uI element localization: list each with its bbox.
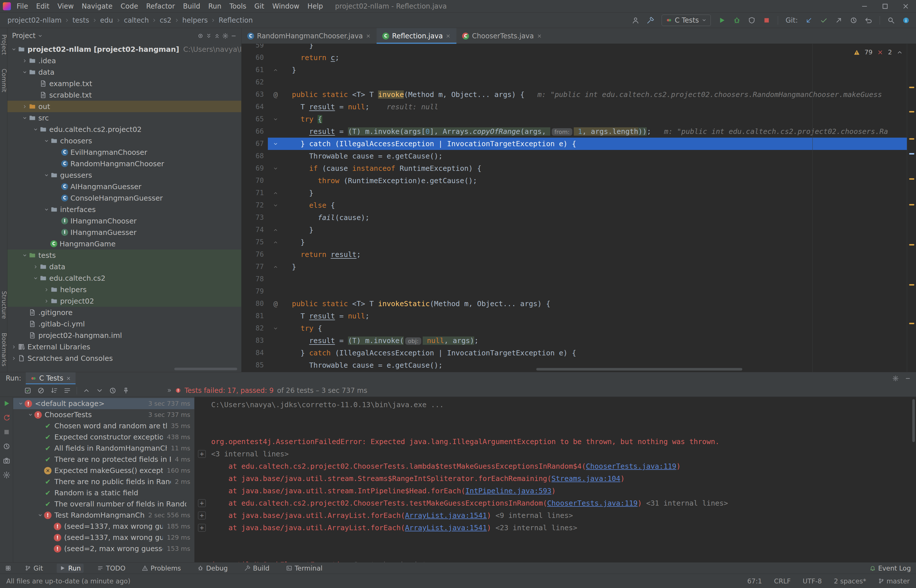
gutter-marker[interactable] <box>268 236 283 248</box>
project-tree-item[interactable]: CHangmanGame <box>7 238 241 249</box>
project-tree-item[interactable]: data <box>7 66 241 78</box>
test-tree-item[interactable]: !<default package>3 sec 737 ms <box>13 398 194 409</box>
menu-tools[interactable]: Tools <box>226 0 250 13</box>
tab-choosertests-java[interactable]: CChooserTests.java <box>456 28 548 44</box>
collapse-all-icon[interactable] <box>214 33 220 39</box>
file-encoding[interactable]: UTF-8 <box>803 577 822 585</box>
editor-line[interactable]: 74 } <box>242 224 916 236</box>
event-log-button[interactable]: Event Log <box>870 565 911 572</box>
editor-line[interactable]: 72 else { <box>242 199 916 212</box>
test-tree-item[interactable]: !(seed=1337, max wrong guess129 ms <box>13 532 194 543</box>
fold-toggle[interactable]: + <box>198 450 206 458</box>
menu-build[interactable]: Build <box>179 0 204 13</box>
editor-line[interactable]: 62 <box>242 76 916 89</box>
git-update-icon[interactable] <box>805 16 813 24</box>
expand-arrow[interactable] <box>21 116 29 120</box>
project-tree-item[interactable]: project02-nllam [project02-hangman]C:\Us… <box>7 44 241 55</box>
menu-navigate[interactable]: Navigate <box>78 0 117 13</box>
test-tree-item[interactable]: ✔Random is a static field <box>13 487 194 498</box>
error-stripe[interactable] <box>907 44 916 372</box>
project-tree-item[interactable]: guessers <box>7 170 241 181</box>
gear-icon[interactable] <box>893 375 898 381</box>
stack-trace-link[interactable]: ArrayList.java:1541 <box>405 511 487 520</box>
editor-line[interactable]: 69 if (cause instanceof RuntimeException… <box>242 162 916 174</box>
test-tree-item[interactable]: !(seed=1337, max wrong guess185 ms <box>13 521 194 532</box>
toolwindow-button-todo[interactable]: TODO <box>94 564 128 573</box>
project-tree-item[interactable]: helpers <box>7 284 241 295</box>
editor-line[interactable]: 67 } catch (IllegalAccessException | Inv… <box>242 137 916 150</box>
toolwindow-button-debug[interactable]: Debug <box>195 564 231 573</box>
maximize-button[interactable] <box>875 0 895 13</box>
expand-arrow[interactable] <box>10 344 18 349</box>
toolwindow-button-run[interactable]: Run <box>57 564 84 573</box>
project-tree-item[interactable]: External Libraries <box>7 341 241 352</box>
expand-arrow[interactable] <box>26 412 34 417</box>
show-passed-icon[interactable] <box>24 387 31 394</box>
stop-icon[interactable] <box>3 428 10 436</box>
menu-view[interactable]: View <box>53 0 78 13</box>
debug-button[interactable] <box>733 16 741 24</box>
project-tree-item[interactable]: CRandomHangmanChooser <box>7 158 241 170</box>
minimize-button[interactable] <box>854 0 875 13</box>
stack-trace-link[interactable]: IntPipeline.java:593 <box>465 487 551 495</box>
project-tree-item[interactable]: interfaces <box>7 204 241 215</box>
horizontal-scrollbar[interactable] <box>174 368 237 370</box>
editor-line[interactable]: 78 <box>242 273 916 285</box>
expand-arrow[interactable] <box>21 253 29 258</box>
menu-edit[interactable]: Edit <box>32 0 53 13</box>
breadcrumb-item[interactable]: edu <box>99 16 114 24</box>
expand-arrow[interactable] <box>10 356 18 361</box>
toolwindow-button-build[interactable]: Build <box>242 564 272 573</box>
rollback-icon[interactable] <box>865 16 872 24</box>
ide-update-icon[interactable] <box>902 16 910 24</box>
editor-line[interactable]: 83 result = (T) m.invoke(obj: null, args… <box>242 334 916 347</box>
editor-line[interactable]: 68 Throwable cause = e.getCause(); <box>242 150 916 162</box>
editor-line[interactable]: 82 try { <box>242 322 916 334</box>
breadcrumb-item[interactable]: project02-nllam <box>6 16 63 24</box>
gutter-marker[interactable] <box>268 113 283 125</box>
stop-button[interactable] <box>763 16 771 24</box>
git-commit-icon[interactable] <box>820 16 827 24</box>
tool-window-switcher-icon[interactable] <box>5 565 11 571</box>
expand-arrow[interactable] <box>31 127 39 132</box>
fold-toggle[interactable]: + <box>198 512 206 519</box>
stripe-project-label[interactable]: Project <box>0 30 7 59</box>
editor-line[interactable]: 60 return c; <box>242 52 916 64</box>
expand-arrow[interactable] <box>31 264 39 269</box>
expand-arrow[interactable] <box>10 47 18 52</box>
expand-arrow[interactable] <box>36 513 44 518</box>
project-tree-item[interactable]: scrabble.txt <box>7 89 241 101</box>
stripe-structure-label[interactable]: Structure <box>0 287 7 323</box>
fold-toggle[interactable]: + <box>198 524 206 531</box>
menu-refactor[interactable]: Refactor <box>142 0 179 13</box>
gutter-marker[interactable] <box>268 322 283 334</box>
test-tree-item[interactable]: ✔There are no protected fields in Ran4 m… <box>13 454 194 465</box>
editor-line[interactable]: 73 fail(cause); <box>242 212 916 224</box>
project-tree-item[interactable]: tests <box>7 249 241 261</box>
hide-panel-icon[interactable] <box>905 375 911 381</box>
gutter-marker[interactable] <box>268 199 283 212</box>
test-tree-item[interactable]: ✔The overall number of fields in RandomH <box>13 498 194 510</box>
test-tree-item[interactable]: !(seed=2, max wrong guesses=153 ms <box>13 543 194 554</box>
line-separator[interactable]: CRLF <box>774 577 791 585</box>
project-tree-item[interactable]: edu.caltech.cs2 <box>7 272 241 284</box>
next-failed-test-icon[interactable] <box>96 387 103 394</box>
test-tree-item[interactable]: ✔Expected constructor exceptions f438 ms <box>13 431 194 443</box>
expand-arrow[interactable] <box>42 139 50 143</box>
breadcrumb-item[interactable]: helpers <box>181 16 209 24</box>
gutter-marker[interactable] <box>268 64 283 76</box>
project-tree-item[interactable]: example.txt <box>7 78 241 89</box>
run-configuration-select[interactable]: C Tests <box>662 15 711 26</box>
gear-icon[interactable] <box>222 33 228 39</box>
inspections-widget[interactable]: 79 2 <box>854 46 903 58</box>
editor-line[interactable]: 80@ public static <T> T invokeStatic(Met… <box>242 297 916 310</box>
breadcrumb-item[interactable]: tests <box>71 16 90 24</box>
sort-by-duration-icon[interactable] <box>50 387 58 394</box>
editor-line[interactable]: 70 throw (RuntimeException)e.getCause(); <box>242 174 916 187</box>
project-tree-item[interactable]: IIHangmanGuesser <box>7 227 241 238</box>
editor-line[interactable]: 81 T result = null; <box>242 310 916 322</box>
menu-file[interactable]: File <box>13 0 32 13</box>
gutter-marker[interactable] <box>268 187 283 199</box>
test-tree-item[interactable]: !Test RandomHangmanChoos2 sec 556 ms <box>13 510 194 521</box>
git-branch-widget[interactable]: master <box>878 577 910 585</box>
